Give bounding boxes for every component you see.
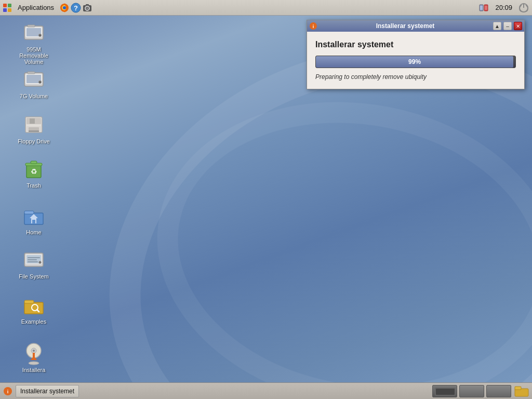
app-icon bbox=[2, 3, 12, 13]
svg-rect-54 bbox=[24, 300, 34, 303]
svg-rect-36 bbox=[29, 130, 39, 132]
applications-menu[interactable]: Applications bbox=[14, 3, 58, 12]
svg-rect-51 bbox=[28, 261, 38, 262]
desktop-icon-removable[interactable]: 995M Removable Volume bbox=[10, 20, 57, 65]
removable-volume-label: 995M Removable Volume bbox=[11, 46, 57, 65]
dialog-title-text: Installerar systemet bbox=[320, 22, 491, 30]
taskbar-app-icon: i bbox=[2, 385, 14, 397]
svg-rect-0 bbox=[3, 4, 7, 7]
svg-rect-45 bbox=[32, 220, 35, 223]
desktop-icon-filesystem[interactable]: File System bbox=[10, 247, 57, 280]
trash-label: Trash bbox=[25, 182, 43, 189]
progress-label: 99% bbox=[408, 58, 421, 65]
dialog-scroll-up-button[interactable]: ▲ bbox=[493, 22, 501, 30]
dialog-titlebar: i Installerar systemet ▲ – ✕ bbox=[307, 20, 524, 32]
dialog-title-icon: i bbox=[309, 22, 317, 30]
svg-rect-49 bbox=[28, 257, 40, 258]
svg-rect-12 bbox=[86, 4, 89, 6]
power-icon[interactable] bbox=[518, 3, 529, 13]
home-folder-icon bbox=[21, 203, 46, 228]
volume-7g-label: 7G Volume bbox=[18, 92, 49, 100]
clock-display: 20:09 bbox=[492, 4, 515, 11]
progress-bar-fill: 99% bbox=[316, 56, 513, 68]
install-dialog: i Installerar systemet ▲ – ✕ Installerar… bbox=[307, 20, 525, 89]
svg-text:i: i bbox=[313, 24, 314, 29]
taskbar: i Installerar systemet bbox=[0, 382, 532, 399]
home-label: Home bbox=[24, 229, 43, 236]
taskbar-install-button[interactable]: Installerar systemet bbox=[16, 385, 79, 397]
examples-label: Examples bbox=[20, 318, 48, 325]
svg-rect-70 bbox=[515, 387, 521, 390]
removable-volume-icon bbox=[21, 20, 46, 45]
svg-rect-1 bbox=[8, 4, 11, 7]
svg-rect-2 bbox=[3, 8, 7, 12]
taskbar-right bbox=[432, 385, 530, 397]
camera-icon[interactable] bbox=[82, 3, 92, 13]
svg-text:i: i bbox=[7, 389, 9, 394]
dialog-heading: Installerar systemet bbox=[315, 40, 516, 49]
svg-rect-68 bbox=[436, 389, 455, 395]
taskbar-mini-btn-3[interactable] bbox=[486, 385, 511, 397]
svg-point-52 bbox=[39, 261, 42, 264]
floppy-drive-icon bbox=[21, 112, 46, 137]
volume-7g-icon bbox=[21, 66, 46, 91]
svg-rect-35 bbox=[29, 127, 39, 130]
desktop-icon-home[interactable]: Home bbox=[10, 203, 57, 236]
desktop-icon-trash[interactable]: ♻ Trash bbox=[10, 156, 57, 189]
svg-rect-42 bbox=[24, 211, 34, 214]
svg-point-6 bbox=[63, 6, 66, 9]
dialog-minimize-button[interactable]: – bbox=[503, 22, 512, 30]
svg-rect-61 bbox=[33, 353, 35, 358]
desktop-icon-examples[interactable]: Examples bbox=[10, 292, 57, 325]
desktop-icon-floppy[interactable]: Floppy Drive bbox=[10, 112, 57, 145]
svg-rect-33 bbox=[30, 118, 35, 124]
svg-text:?: ? bbox=[74, 4, 78, 12]
taskbar-button-label: Installerar systemet bbox=[20, 388, 74, 395]
firefox-icon[interactable] bbox=[59, 3, 70, 13]
dialog-close-button[interactable]: ✕ bbox=[514, 22, 522, 30]
examples-icon bbox=[21, 292, 46, 317]
taskbar-mini-btn-2[interactable] bbox=[459, 385, 484, 397]
trash-icon: ♻ bbox=[21, 156, 46, 181]
svg-rect-3 bbox=[8, 8, 11, 12]
desktop: Applications ? bbox=[0, 0, 532, 399]
svg-rect-50 bbox=[28, 259, 37, 260]
svg-rect-24 bbox=[28, 25, 35, 27]
dialog-status-text: Preparing to completely remove ubiquity bbox=[315, 73, 516, 81]
floppy-drive-label: Floppy Drive bbox=[16, 138, 51, 145]
svg-point-23 bbox=[39, 35, 41, 36]
svg-rect-39 bbox=[31, 161, 37, 164]
svg-point-29 bbox=[39, 82, 41, 83]
filesystem-label: File System bbox=[17, 273, 50, 280]
dialog-content: Installerar systemet 99% Preparing to co… bbox=[307, 32, 524, 89]
svg-text:♻: ♻ bbox=[31, 167, 37, 176]
desktop-icon-installera[interactable]: Installera bbox=[10, 340, 57, 374]
svg-point-59 bbox=[33, 350, 35, 352]
installera-label: Installera bbox=[21, 366, 47, 374]
top-panel: Applications ? bbox=[0, 0, 532, 16]
taskbar-file-manager-icon[interactable] bbox=[513, 385, 530, 397]
svg-rect-15 bbox=[480, 6, 483, 10]
taskbar-mini-btn-1[interactable] bbox=[432, 385, 457, 397]
svg-point-11 bbox=[86, 7, 88, 9]
install-icon bbox=[21, 340, 46, 365]
help-icon[interactable]: ? bbox=[71, 3, 81, 13]
svg-point-62 bbox=[29, 362, 39, 365]
panel-right: 20:09 bbox=[478, 3, 532, 13]
filesystem-icon bbox=[21, 247, 46, 272]
panel-left: Applications ? bbox=[0, 3, 92, 13]
network-icon bbox=[478, 3, 489, 13]
svg-rect-16 bbox=[485, 6, 487, 10]
progress-bar-container: 99% bbox=[315, 56, 516, 68]
svg-rect-30 bbox=[28, 72, 35, 74]
desktop-icon-7g[interactable]: 7G Volume bbox=[10, 66, 57, 100]
